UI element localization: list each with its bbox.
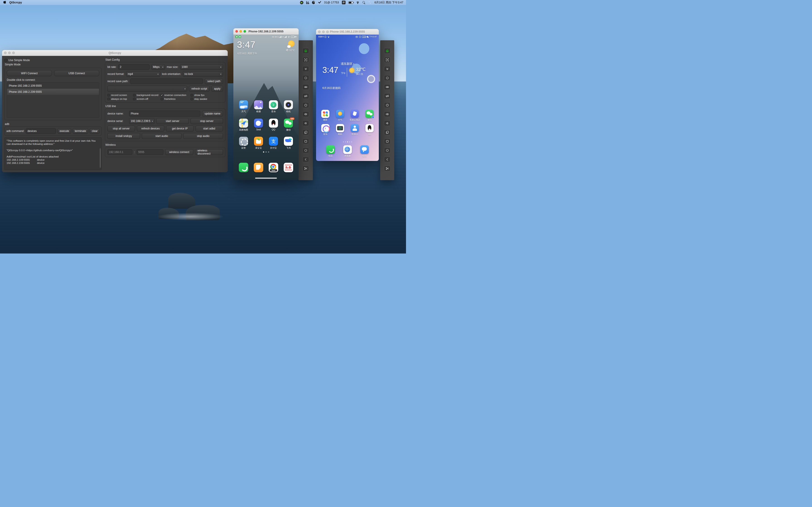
touch-button[interactable] bbox=[384, 75, 391, 81]
clear-button[interactable]: clear bbox=[90, 128, 100, 134]
volume-down-button[interactable] bbox=[302, 120, 309, 126]
adb-log-output[interactable]: "This software is completely open source… bbox=[4, 137, 102, 170]
app-contacts[interactable]: 联系人 bbox=[348, 124, 361, 136]
screenshot-button[interactable] bbox=[302, 166, 309, 171]
group-control-button[interactable] bbox=[384, 48, 391, 54]
toutiao-app-icon[interactable]: 头条 bbox=[284, 163, 293, 172]
frameless-checkbox[interactable] bbox=[161, 98, 163, 100]
menu-button[interactable] bbox=[302, 138, 309, 144]
phone-app-icon[interactable] bbox=[326, 145, 335, 154]
execute-button[interactable]: execute bbox=[58, 128, 71, 134]
app-switch-button[interactable] bbox=[384, 129, 391, 135]
home-button[interactable] bbox=[302, 148, 309, 153]
seal-app-icon[interactable] bbox=[254, 119, 263, 128]
assistive-ball[interactable] bbox=[367, 75, 375, 83]
dock-phone[interactable]: 电话 bbox=[324, 145, 337, 158]
camera-app-icon[interactable] bbox=[336, 124, 344, 132]
volume-up-button[interactable] bbox=[302, 111, 309, 117]
phone1-screen[interactable]: 89.9K/s HD 5 3:47 6月16日 周四下午 晴 32°C 32°天… bbox=[233, 35, 299, 180]
install-sndcpy-button[interactable]: install sndcpy bbox=[107, 133, 140, 139]
qq-app-icon[interactable] bbox=[269, 119, 278, 128]
wireless-port-input[interactable] bbox=[137, 150, 163, 155]
screen-on-button[interactable] bbox=[384, 84, 391, 90]
use-simple-mode-checkbox[interactable] bbox=[4, 59, 7, 62]
screenshot-button[interactable] bbox=[384, 166, 391, 171]
camera-app-icon[interactable] bbox=[284, 100, 293, 109]
screen-on-button[interactable] bbox=[302, 84, 309, 90]
power-button[interactable] bbox=[384, 102, 391, 108]
app-feishu[interactable]: 飞书 bbox=[282, 137, 295, 150]
app-qq[interactable]: QQ bbox=[363, 124, 376, 136]
bit-rate-input[interactable] bbox=[118, 64, 150, 70]
weather-app-icon[interactable]: 32° bbox=[239, 100, 248, 109]
lock-orientation-select[interactable]: no lock▾ bbox=[183, 71, 223, 77]
swirl-app-icon[interactable] bbox=[312, 1, 315, 4]
app-switch-button[interactable] bbox=[302, 129, 309, 135]
max-size-select[interactable]: 1080▾ bbox=[180, 64, 223, 70]
home-button[interactable] bbox=[384, 148, 391, 153]
phone1-home-indicator[interactable] bbox=[255, 178, 277, 179]
wifi-icon[interactable] bbox=[356, 1, 360, 4]
proxy-check-icon[interactable] bbox=[318, 1, 321, 4]
select-path-button[interactable]: select path bbox=[205, 78, 223, 84]
back-button[interactable] bbox=[384, 157, 391, 162]
app-settings[interactable]: 设置 bbox=[237, 137, 250, 150]
proxy-status-text[interactable]: 31@·17753 bbox=[324, 1, 339, 4]
always-on-top-checkbox[interactable] bbox=[107, 98, 110, 100]
start-audio-button[interactable]: start audio bbox=[142, 133, 182, 139]
refresh-script-button[interactable]: refresh script bbox=[189, 86, 210, 92]
weather-app-icon[interactable] bbox=[336, 110, 344, 118]
adb-command-input[interactable] bbox=[26, 128, 56, 134]
phone-app-icon[interactable] bbox=[239, 163, 248, 172]
audio-levels-icon[interactable] bbox=[306, 1, 309, 4]
app-amap[interactable]: 高德地图 bbox=[237, 119, 250, 131]
update-name-button[interactable]: update name bbox=[202, 111, 223, 117]
amap-app-icon[interactable] bbox=[239, 119, 248, 128]
wechat-app-icon[interactable]: ✓ bbox=[365, 110, 373, 118]
start-adbd-button[interactable]: start adbd bbox=[196, 126, 223, 131]
record-save-path-input[interactable] bbox=[130, 78, 203, 84]
menubar-app-name[interactable]: QtScrcpy bbox=[9, 1, 22, 4]
terminate-button[interactable]: terminate bbox=[73, 128, 88, 134]
expand-notification-button[interactable] bbox=[384, 66, 391, 72]
app-youdao-note[interactable]: 有道云笔记 bbox=[348, 110, 361, 121]
screen-off-button[interactable] bbox=[302, 93, 309, 99]
youdao-note-app-icon[interactable] bbox=[351, 110, 359, 118]
app-gallery[interactable]: 相册 bbox=[252, 100, 265, 113]
apple-menu-icon[interactable] bbox=[3, 1, 6, 4]
get-device-ip-button[interactable]: get device IP bbox=[166, 126, 194, 131]
expand-notification-button[interactable] bbox=[302, 66, 309, 72]
menubar-datetime[interactable]: 6月16日 周四 下午3:47 bbox=[374, 1, 403, 5]
battery-icon[interactable] bbox=[348, 1, 353, 4]
power-button[interactable] bbox=[302, 102, 309, 108]
screen-off-checkbox[interactable] bbox=[133, 98, 136, 100]
group-control-button[interactable] bbox=[302, 48, 309, 54]
wechat-app-icon[interactable]: 189 bbox=[284, 119, 293, 128]
feishu-app-icon[interactable] bbox=[284, 137, 293, 146]
script-select[interactable]: ▾ bbox=[107, 86, 187, 92]
app-weather[interactable]: 32°天气 bbox=[237, 100, 250, 113]
usb-connect-button[interactable]: USB Connect bbox=[54, 70, 99, 76]
android-status-icon[interactable] bbox=[300, 1, 303, 4]
wifi-connect-button[interactable]: WIFI Connect bbox=[7, 70, 52, 76]
gallery-app-icon[interactable] bbox=[321, 110, 329, 118]
app-wechat[interactable]: 189微信 bbox=[282, 119, 295, 131]
device-name-input[interactable] bbox=[129, 111, 200, 117]
contacts-app-icon[interactable] bbox=[351, 124, 359, 132]
stop-audio-button[interactable]: stop audio bbox=[183, 133, 223, 139]
phone1-titlebar[interactable]: Phone-192.168.2.109:5555 bbox=[233, 28, 299, 35]
background-record-checkbox[interactable] bbox=[133, 94, 136, 97]
gallery-app-icon[interactable] bbox=[254, 100, 263, 109]
wireless-connect-button[interactable]: wireless connect bbox=[165, 149, 193, 155]
show-fps-checkbox[interactable] bbox=[191, 94, 193, 97]
stop-server-button[interactable]: stop server bbox=[191, 118, 223, 124]
notes-app-icon[interactable] bbox=[254, 163, 263, 172]
volume-up-button[interactable] bbox=[384, 111, 391, 117]
app-camera[interactable]: 相机 bbox=[282, 100, 295, 113]
dock-chrome-beta[interactable]: Beta bbox=[267, 163, 280, 172]
phone2-screen[interactable]: 未插卡 ! 100 下午3:47 浦东新区 ▾ 3:47 下午 32℃ 34 /… bbox=[316, 35, 379, 161]
search-icon[interactable] bbox=[362, 1, 365, 4]
device-list-item[interactable]: Phone-192.168.2.239:5555 bbox=[7, 89, 99, 95]
stop-all-server-button[interactable]: stop all server bbox=[107, 126, 135, 131]
phone2-titlebar[interactable]: Phone-192.168.2.239:5555 bbox=[316, 29, 379, 35]
